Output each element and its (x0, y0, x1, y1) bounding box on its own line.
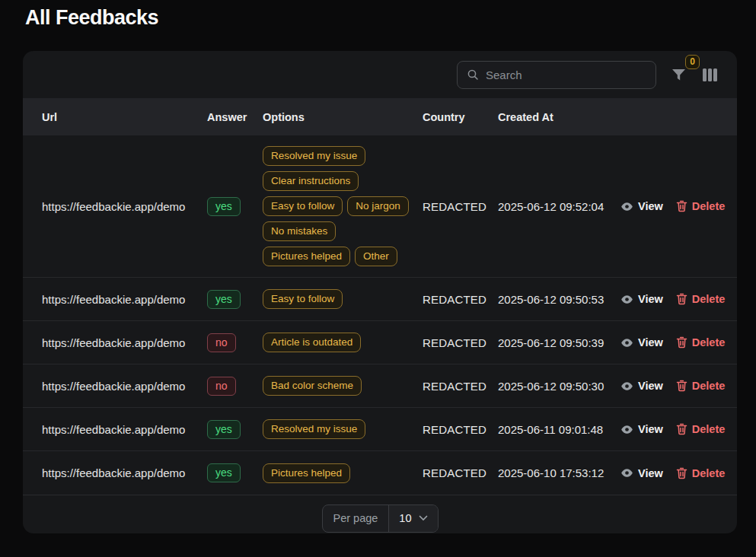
view-button[interactable]: View (620, 200, 663, 213)
delete-button[interactable]: Delete (676, 380, 726, 392)
table-row: https://feedbackie.app/demo yes Resolved… (23, 135, 737, 278)
options-cell: Resolved my issue (263, 409, 423, 450)
option-tag: Easy to follow (263, 196, 343, 216)
feedback-country: REDACTED (423, 200, 498, 213)
view-label: View (638, 336, 663, 349)
trash-icon (676, 423, 687, 435)
option-tag: Other (355, 247, 397, 266)
option-tag: Clear instructions (263, 171, 359, 191)
eye-icon (620, 380, 633, 393)
delete-button[interactable]: Delete (676, 467, 726, 479)
delete-label: Delete (692, 467, 726, 479)
answer-badge: no (207, 377, 236, 396)
table-header-row: Url Answer Options Country Created At (23, 98, 737, 135)
view-button[interactable]: View (620, 466, 663, 479)
feedback-created-at: 2025-06-12 09:50:39 (498, 336, 620, 349)
option-tag: Pictures helped (263, 247, 350, 266)
table-toolbar: 0 (23, 51, 737, 98)
delete-label: Delete (692, 380, 726, 392)
answer-badge: yes (207, 197, 241, 216)
feedback-country: REDACTED (423, 293, 498, 306)
option-tag: Bad color scheme (263, 376, 362, 396)
answer-badge: yes (207, 290, 241, 309)
option-tag: Easy to follow (263, 289, 343, 309)
feedback-country: REDACTED (423, 423, 498, 436)
trash-icon (676, 380, 687, 392)
page-title: All Feedbacks (25, 6, 756, 30)
option-tag: No mistakes (263, 221, 336, 241)
feedback-country: REDACTED (423, 466, 498, 479)
chevron-down-icon (419, 515, 428, 521)
trash-icon (676, 467, 687, 479)
table-row: https://feedbackie.app/demo yes Easy to … (23, 278, 737, 321)
feedback-url: https://feedbackie.app/demo (42, 293, 207, 306)
option-tag: Resolved my issue (263, 146, 365, 166)
table-row: https://feedbackie.app/demo no Article i… (23, 321, 737, 364)
answer-badge: no (207, 333, 236, 352)
eye-icon (620, 200, 633, 213)
delete-button[interactable]: Delete (676, 293, 726, 305)
feedback-created-at: 2025-06-12 09:52:04 (498, 200, 620, 213)
option-tag: Resolved my issue (263, 419, 365, 439)
eye-icon (620, 423, 633, 436)
table-row: https://feedbackie.app/demo yes Pictures… (23, 451, 737, 495)
columns-icon (703, 68, 717, 81)
per-page-value: 10 (399, 512, 411, 524)
col-header-created-at: Created At (498, 111, 620, 123)
search-input[interactable] (486, 68, 646, 81)
option-tag: Article is outdated (263, 333, 361, 352)
trash-icon (676, 200, 687, 212)
options-cell: Article is outdated (263, 322, 423, 363)
delete-button[interactable]: Delete (676, 200, 726, 212)
answer-badge: yes (207, 463, 241, 482)
delete-label: Delete (692, 423, 726, 435)
col-header-country: Country (423, 111, 498, 123)
feedback-country: REDACTED (423, 380, 498, 393)
view-label: View (638, 423, 663, 435)
feedback-created-at: 2025-06-11 09:01:48 (498, 423, 620, 436)
view-button[interactable]: View (620, 380, 663, 393)
feedback-url: https://feedbackie.app/demo (42, 466, 207, 479)
filter-button[interactable]: 0 (669, 66, 688, 84)
delete-label: Delete (692, 336, 726, 349)
feedback-created-at: 2025-06-12 09:50:30 (498, 380, 620, 393)
search-icon (467, 68, 479, 81)
answer-badge: yes (207, 420, 241, 439)
feedbacks-card: 0 Url Answer Options Country Created At … (23, 51, 737, 533)
feedback-url: https://feedbackie.app/demo (42, 423, 207, 436)
view-button[interactable]: View (620, 336, 663, 349)
col-header-answer: Answer (207, 111, 263, 123)
filter-icon (671, 68, 687, 82)
view-label: View (638, 200, 663, 212)
delete-button[interactable]: Delete (676, 336, 726, 349)
delete-button[interactable]: Delete (676, 423, 726, 435)
search-box[interactable] (457, 61, 656, 89)
table-row: https://feedbackie.app/demo no Bad color… (23, 364, 737, 408)
trash-icon (676, 336, 687, 349)
view-button[interactable]: View (620, 293, 663, 306)
filter-count-badge: 0 (685, 55, 700, 69)
view-button[interactable]: View (620, 423, 663, 436)
feedback-created-at: 2025-06-12 09:50:53 (498, 293, 620, 306)
feedback-url: https://feedbackie.app/demo (42, 380, 207, 393)
table-footer: Per page 10 (23, 495, 737, 533)
columns-button[interactable] (701, 67, 719, 83)
options-cell: Easy to follow (263, 278, 423, 320)
view-label: View (638, 380, 663, 392)
per-page-select[interactable]: 10 (389, 505, 437, 532)
per-page-control: Per page 10 (322, 504, 439, 533)
col-header-options: Options (263, 111, 423, 123)
delete-label: Delete (692, 200, 726, 212)
eye-icon (620, 293, 633, 306)
eye-icon (620, 336, 633, 349)
options-cell: Bad color scheme (263, 365, 423, 406)
col-header-url: Url (42, 111, 207, 123)
eye-icon (620, 466, 633, 479)
options-cell: Resolved my issueClear instructionsEasy … (263, 135, 423, 277)
view-label: View (638, 467, 663, 479)
option-tag: No jargon (347, 196, 409, 216)
feedback-country: REDACTED (423, 336, 498, 349)
option-tag: Pictures helped (263, 463, 350, 483)
table-body: https://feedbackie.app/demo yes Resolved… (23, 135, 737, 495)
view-label: View (638, 293, 663, 305)
